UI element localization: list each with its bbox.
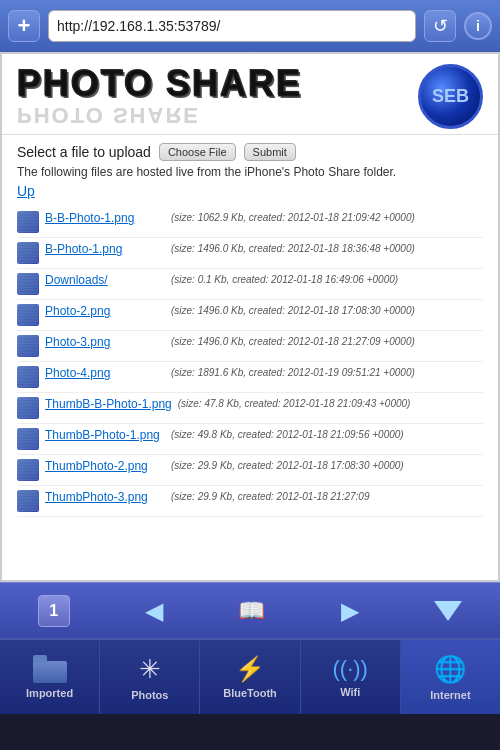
file-link[interactable]: Downloads/	[45, 273, 165, 287]
file-meta: (size: 1062.9 Kb, created: 2012-01-18 21…	[171, 211, 483, 224]
file-link[interactable]: Photo-3.png	[45, 335, 165, 349]
file-meta: (size: 0.1 Kb, created: 2012-01-18 16:49…	[171, 273, 483, 286]
hosted-description: The following files are hosted live from…	[17, 165, 483, 179]
file-meta: (size: 1496.0 Kb, created: 2012-01-18 17…	[171, 304, 483, 317]
tab-photos-label: Photos	[131, 689, 168, 701]
book-icon: 📖	[238, 598, 265, 624]
file-list: B-B-Photo-1.png(size: 1062.9 Kb, created…	[2, 207, 498, 517]
title-reflection: PHOTO SHARE	[17, 102, 302, 128]
file-meta: (size: 29.9 Kb, created: 2012-01-18 17:0…	[171, 459, 483, 472]
url-text: http://192.168.1.35:53789/	[57, 18, 407, 34]
tab-bar: Imported ✳ Photos ⚡ BlueTooth ((·)) Wifi…	[0, 638, 500, 714]
file-link[interactable]: Photo-4.png	[45, 366, 165, 380]
file-link[interactable]: ThumbB-B-Photo-1.png	[45, 397, 172, 411]
back-button[interactable]: ◀	[145, 597, 163, 625]
file-icon	[17, 459, 39, 481]
file-icon	[17, 335, 39, 357]
page-title: PHOTO SHARE	[17, 66, 302, 102]
forward-icon: ▶	[341, 597, 359, 625]
file-icon	[17, 366, 39, 388]
file-list-item: Downloads/(size: 0.1 Kb, created: 2012-0…	[17, 269, 483, 300]
file-icon	[17, 273, 39, 295]
forward-button[interactable]: ▶	[341, 597, 359, 625]
file-list-item: B-B-Photo-1.png(size: 1062.9 Kb, created…	[17, 207, 483, 238]
file-list-item: Photo-4.png(size: 1891.6 Kb, created: 20…	[17, 362, 483, 393]
file-list-item: Photo-3.png(size: 1496.0 Kb, created: 20…	[17, 331, 483, 362]
url-bar[interactable]: http://192.168.1.35:53789/	[48, 10, 416, 42]
folder-icon	[33, 655, 67, 683]
file-link[interactable]: ThumbPhoto-2.png	[45, 459, 165, 473]
tab-internet[interactable]: 🌐 Internet	[401, 640, 500, 714]
file-meta: (size: 1891.6 Kb, created: 2012-01-19 09…	[171, 366, 483, 379]
file-icon	[17, 304, 39, 326]
bluetooth-icon: ⚡	[235, 655, 265, 683]
up-link[interactable]: Up	[17, 183, 483, 199]
file-list-item: ThumbB-B-Photo-1.png(size: 47.8 Kb, crea…	[17, 393, 483, 424]
tab-internet-label: Internet	[430, 689, 470, 701]
file-list-item: B-Photo-1.png(size: 1496.0 Kb, created: …	[17, 238, 483, 269]
tab-imported-label: Imported	[26, 687, 73, 699]
tab-bluetooth-label: BlueTooth	[223, 687, 277, 699]
globe-icon: 🌐	[434, 654, 466, 685]
select-file-label: Select a file to upload	[17, 144, 151, 160]
page-header: PHOTO SHARE PHOTO SHARE SEB	[2, 54, 498, 134]
file-link[interactable]: B-Photo-1.png	[45, 242, 165, 256]
file-link[interactable]: B-B-Photo-1.png	[45, 211, 165, 225]
tab-wifi-label: Wifi	[340, 686, 360, 698]
add-tab-button[interactable]: +	[8, 10, 40, 42]
refresh-button[interactable]: ↺	[424, 10, 456, 42]
nav-bar: 1 ◀ 📖 ▶	[0, 582, 500, 638]
file-icon	[17, 490, 39, 512]
web-content: PHOTO SHARE PHOTO SHARE SEB Select a fil…	[0, 52, 500, 582]
info-icon: i	[476, 18, 480, 34]
submit-button[interactable]: Submit	[244, 143, 296, 161]
refresh-icon: ↺	[433, 15, 448, 37]
file-meta: (size: 49.8 Kb, created: 2012-01-18 21:0…	[171, 428, 483, 441]
bookmarks-button[interactable]: 📖	[238, 598, 265, 624]
file-meta: (size: 1496.0 Kb, created: 2012-01-18 21…	[171, 335, 483, 348]
seb-logo: SEB	[418, 64, 483, 129]
file-list-item: Photo-2.png(size: 1496.0 Kb, created: 20…	[17, 300, 483, 331]
file-link[interactable]: ThumbB-Photo-1.png	[45, 428, 165, 442]
file-meta: (size: 47.8 Kb, created: 2012-01-18 21:0…	[178, 397, 483, 410]
tab-photos[interactable]: ✳ Photos	[100, 640, 200, 714]
file-list-item: ThumbPhoto-3.png(size: 29.9 Kb, created:…	[17, 486, 483, 517]
file-icon	[17, 242, 39, 264]
snowflake-icon: ✳	[139, 654, 161, 685]
back-icon: ◀	[145, 597, 163, 625]
download-icon	[434, 601, 462, 621]
info-button[interactable]: i	[464, 12, 492, 40]
file-icon	[17, 397, 39, 419]
file-link[interactable]: Photo-2.png	[45, 304, 165, 318]
file-list-item: ThumbB-Photo-1.png(size: 49.8 Kb, create…	[17, 424, 483, 455]
upload-section: Select a file to upload Choose File Subm…	[2, 134, 498, 207]
download-button[interactable]	[434, 601, 462, 621]
file-meta: (size: 29.9 Kb, created: 2012-01-18 21:2…	[171, 490, 483, 503]
wifi-icon: ((·))	[333, 656, 368, 682]
page-number-button[interactable]: 1	[38, 595, 70, 627]
address-bar: + http://192.168.1.35:53789/ ↺ i	[0, 0, 500, 52]
file-link[interactable]: ThumbPhoto-3.png	[45, 490, 165, 504]
title-block: PHOTO SHARE PHOTO SHARE	[17, 66, 302, 128]
file-icon	[17, 211, 39, 233]
tab-bluetooth[interactable]: ⚡ BlueTooth	[200, 640, 300, 714]
page-number: 1	[38, 595, 70, 627]
file-icon	[17, 428, 39, 450]
file-meta: (size: 1496.0 Kb, created: 2012-01-18 18…	[171, 242, 483, 255]
choose-file-button[interactable]: Choose File	[159, 143, 236, 161]
tab-imported[interactable]: Imported	[0, 640, 100, 714]
tab-wifi[interactable]: ((·)) Wifi	[301, 640, 401, 714]
file-list-item: ThumbPhoto-2.png(size: 29.9 Kb, created:…	[17, 455, 483, 486]
